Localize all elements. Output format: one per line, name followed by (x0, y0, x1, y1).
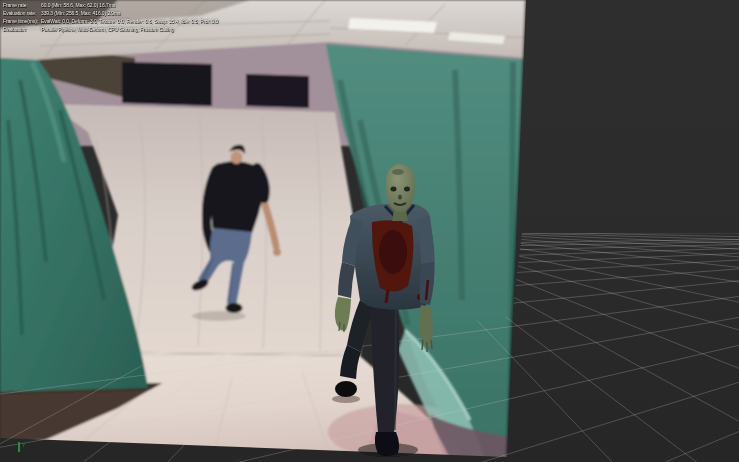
hud-row-frame-time: Frame time(ms):EvalWait: 0.0, Deform: 3.… (3, 17, 218, 25)
y-axis-label: Y (22, 442, 26, 448)
hud-row-evaluation: Evaluation:Parallel Pipeline, Multi-Defo… (3, 25, 218, 33)
3d-viewport[interactable]: Y Frame rate:60.0 (Min: 58.6, Max: 62.0)… (0, 0, 739, 462)
hud-row-frame-rate: Frame rate:60.0 (Min: 58.6, Max: 62.0) 1… (3, 1, 218, 9)
hud-label: Evaluation: (3, 25, 41, 33)
hud-label: Frame time(ms): (3, 17, 41, 25)
hud-value: Parallel Pipeline, Multi-Deform, CPU Ski… (41, 25, 174, 33)
hud-value: 339.3 (Min: 256.5, Max: 416.0) 2.9ms (41, 9, 121, 17)
origin-axis: Y (0, 0, 739, 462)
hud-value: EvalWait: 0.0, Deform: 3.0, Texture: 0.0… (41, 17, 218, 25)
hud-label: Frame rate: (3, 1, 41, 9)
hud-label: Evaluation rate: (3, 9, 41, 17)
hud-value: 60.0 (Min: 58.6, Max: 62.0) 16.7ms (41, 1, 115, 9)
hud-row-evaluation-rate: Evaluation rate:339.3 (Min: 256.5, Max: … (3, 9, 218, 17)
stats-hud: Frame rate:60.0 (Min: 58.6, Max: 62.0) 1… (3, 1, 218, 33)
